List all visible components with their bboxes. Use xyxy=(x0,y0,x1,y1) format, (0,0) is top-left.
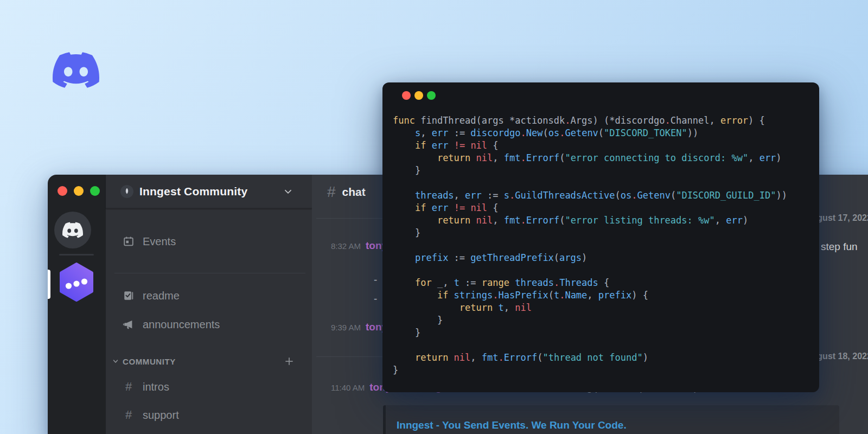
code-token: ( xyxy=(615,190,621,201)
code-token: , xyxy=(748,152,759,163)
sidebar-item-readme[interactable]: readme xyxy=(122,286,312,305)
code-token: := xyxy=(459,277,482,288)
code-token: ) xyxy=(743,215,748,226)
code-token: discordgo xyxy=(470,127,520,138)
discord-home-icon xyxy=(62,220,83,240)
code-token: ) { xyxy=(748,115,765,126)
code-token: ( xyxy=(554,252,559,263)
server-header[interactable]: Inngest Community xyxy=(106,175,312,209)
code-token: ) xyxy=(643,352,648,363)
code-token xyxy=(448,140,454,151)
code-token: Errorf xyxy=(526,215,559,226)
code-token: fmt xyxy=(504,152,521,163)
discord-traffic-lights xyxy=(58,186,100,196)
code-token: t xyxy=(498,302,503,313)
code-line: if strings.HasPrefix(t.Name, prefix) { xyxy=(393,289,815,302)
code-token: return xyxy=(437,152,476,163)
code-token: . xyxy=(559,127,565,138)
code-token: s xyxy=(415,127,420,138)
code-token: := xyxy=(448,252,470,263)
code-token: if xyxy=(415,140,432,151)
message-fragment: - xyxy=(374,274,377,286)
code-token xyxy=(393,352,415,363)
code-token: GuildThreadsActive xyxy=(515,190,615,201)
code-token: nil xyxy=(476,152,493,163)
code-token: err xyxy=(432,202,449,213)
sidebar-item-intros[interactable]: # intros xyxy=(122,377,312,397)
code-token: , xyxy=(470,352,481,363)
code-token: , xyxy=(493,152,503,163)
minimize-window-button[interactable] xyxy=(414,91,423,100)
code-token: )) xyxy=(776,190,787,201)
code-token: )) xyxy=(687,127,698,138)
code-token: , xyxy=(493,215,503,226)
sidebar-item-announcements[interactable]: announcements xyxy=(122,315,312,334)
code-token: prefix xyxy=(598,290,631,301)
hero-canvas: Inngest Community Events xyxy=(0,0,868,434)
code-token xyxy=(393,140,415,151)
code-token: ( xyxy=(548,290,554,301)
channel-label: support xyxy=(143,409,179,422)
code-token: if xyxy=(415,202,432,213)
close-window-button[interactable] xyxy=(402,91,411,100)
calendar-icon xyxy=(122,235,135,248)
code-token: Channel, xyxy=(671,115,720,126)
code-token: "DISCORD_TOKEN" xyxy=(604,127,687,138)
code-line: if err != nil { xyxy=(393,202,815,214)
code-line: } xyxy=(393,314,815,327)
code-token: } xyxy=(393,365,398,375)
code-line: func findThread(args *actionsdk.Args) (*… xyxy=(393,114,815,127)
embed-title-link[interactable]: Inngest - You Send Events. We Run Your C… xyxy=(397,419,828,431)
code-token: prefix xyxy=(415,252,448,263)
code-line xyxy=(393,339,815,352)
code-token: s xyxy=(504,190,509,201)
message-fragment: - xyxy=(374,293,377,305)
code-token: } xyxy=(393,227,420,238)
create-channel-icon[interactable] xyxy=(284,356,295,367)
code-token: findThread(args *actionsdk xyxy=(420,115,565,126)
category-community[interactable]: COMMUNITY xyxy=(112,354,312,369)
hash-icon: # xyxy=(122,408,135,422)
code-token: , xyxy=(454,190,465,201)
message-fragment: step fun xyxy=(821,241,858,253)
message-timestamp: 9:39 AM xyxy=(331,323,361,332)
discord-home-button[interactable] xyxy=(54,212,91,248)
sidebar-item-support[interactable]: # support xyxy=(122,405,312,425)
code-token: err xyxy=(465,190,482,201)
code-token: . xyxy=(520,215,526,226)
close-window-button[interactable] xyxy=(58,186,67,196)
code-token: HasPrefix xyxy=(499,290,548,301)
code-token: New xyxy=(526,127,543,138)
code-token: ( xyxy=(598,127,604,138)
zoom-window-button[interactable] xyxy=(90,186,100,196)
code-token: os xyxy=(621,190,631,201)
code-token: ( xyxy=(559,215,565,226)
code-line: } xyxy=(393,364,815,376)
channel-label: readme xyxy=(143,290,180,302)
sidebar-item-events[interactable]: Events xyxy=(122,232,312,251)
code-token: nil xyxy=(515,302,532,313)
code-token: nil xyxy=(470,202,487,213)
code-token: ) { xyxy=(631,290,648,301)
code-token: fmt xyxy=(504,215,521,226)
zoom-window-button[interactable] xyxy=(427,91,436,100)
code-token xyxy=(448,202,454,213)
inngest-server-button[interactable] xyxy=(59,263,94,302)
code-token: ( xyxy=(559,152,565,163)
server-name: Inngest Community xyxy=(139,185,247,198)
code-token: . xyxy=(631,190,637,201)
code-line: return nil, fmt.Errorf("error listing th… xyxy=(393,214,815,227)
code-token: { xyxy=(487,202,498,213)
chevron-down-icon[interactable] xyxy=(283,186,293,197)
code-token: . xyxy=(499,352,504,363)
code-token: nil xyxy=(454,352,471,363)
code-line: if err != nil { xyxy=(393,139,815,152)
code-line xyxy=(393,264,815,277)
code-line: } xyxy=(393,327,815,339)
rail-divider xyxy=(59,254,94,256)
minimize-window-button[interactable] xyxy=(74,186,84,196)
code-token: nil xyxy=(476,215,493,226)
link-embed: Inngest - You Send Events. We Run Your C… xyxy=(383,405,839,434)
code-token xyxy=(393,190,415,201)
code-token: getThreadPrefix xyxy=(470,252,554,263)
